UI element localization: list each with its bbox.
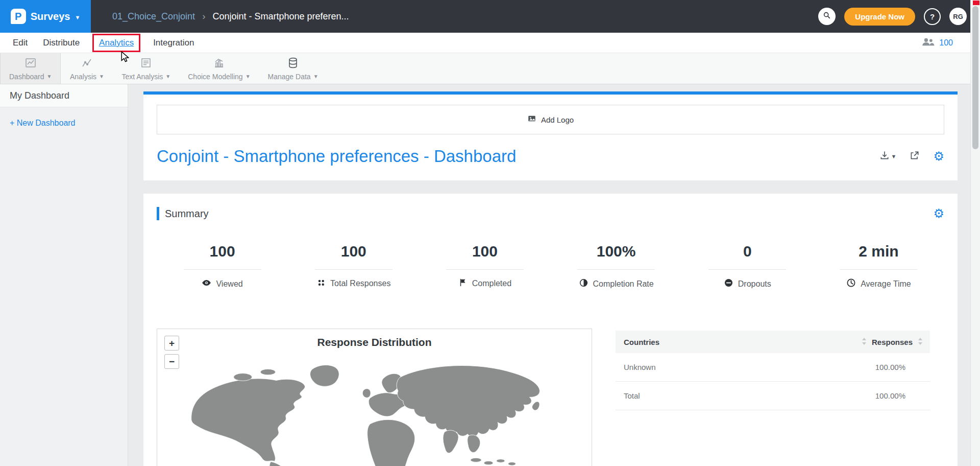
toolbar-choice-modelling-menu[interactable]: Choice Modelling▼ xyxy=(179,53,259,84)
stat-total-responses: 100 Total Responses xyxy=(288,243,419,290)
search-icon xyxy=(823,11,831,21)
countries-table-header: Countries Responses xyxy=(616,331,930,353)
responses-indicator[interactable]: 100 xyxy=(921,37,953,49)
stat-label: Completion Rate xyxy=(593,279,654,289)
chevron-down-icon: ▼ xyxy=(313,74,318,79)
toolbar-dashboard-label: Dashboard xyxy=(9,73,44,81)
download-button[interactable]: ▼ xyxy=(879,150,897,162)
country-cell: Total xyxy=(624,391,640,400)
dashboard-sidebar: My Dashboard + New Dashboard xyxy=(0,84,128,466)
user-avatar[interactable]: RG xyxy=(949,8,967,25)
summary-heading: Summary xyxy=(165,208,209,220)
scrollbar-thumb[interactable] xyxy=(972,6,978,149)
toolbar-analysis-menu[interactable]: Analysis▼ xyxy=(61,53,113,84)
add-logo-button[interactable]: Add Logo xyxy=(157,105,944,134)
dashboard-chart-icon xyxy=(24,57,37,71)
settings-gear-icon[interactable]: ⚙ xyxy=(933,150,944,162)
column-countries[interactable]: Countries xyxy=(624,338,659,346)
stat-completed: 100 Completed xyxy=(419,243,550,290)
responses-cell: 100.00% xyxy=(875,363,905,371)
vertical-scrollbar[interactable] xyxy=(970,0,980,466)
stat-value: 100 xyxy=(341,243,366,260)
toolbar-text-analysis-label: Text Analysis xyxy=(121,73,163,81)
toolbar-choice-modelling-label: Choice Modelling xyxy=(188,73,242,81)
toolbar-text-analysis-menu[interactable]: Text Analysis▼ xyxy=(113,53,179,84)
dot-grid-icon xyxy=(316,278,326,289)
annotation-red-marker xyxy=(973,1,979,5)
tab-edit[interactable]: Edit xyxy=(5,38,35,48)
toolbar-analysis-label: Analysis xyxy=(70,73,96,81)
dashboard-header-card: Add Logo Conjoint - Smartphone preferenc… xyxy=(143,91,958,180)
help-button[interactable]: ? xyxy=(924,8,941,25)
countries-table: Countries Responses Unknown 100.00% xyxy=(616,331,930,466)
divider xyxy=(184,269,261,270)
image-icon xyxy=(527,114,536,125)
breadcrumb-folder-link[interactable]: 01_Choice_Conjoint xyxy=(112,11,195,22)
breadcrumb-current: Conjoint - Smartphone preferen... xyxy=(212,11,349,22)
map-title: Response Distribution xyxy=(157,336,592,348)
stat-label: Dropouts xyxy=(738,279,771,289)
main-content: Add Logo Conjoint - Smartphone preferenc… xyxy=(128,84,980,466)
text-analysis-icon xyxy=(140,57,152,71)
map-zoom-out-button[interactable]: − xyxy=(164,354,179,369)
sort-icon xyxy=(862,338,867,346)
stat-value: 100 xyxy=(472,243,498,260)
toolbar-dashboard-menu[interactable]: Dashboard▼ xyxy=(0,53,61,84)
chevron-down-icon: ▼ xyxy=(99,74,104,79)
response-distribution-map: + − Response Distribution xyxy=(157,329,592,466)
breadcrumb: 01_Choice_Conjoint › Conjoint - Smartpho… xyxy=(112,11,349,22)
stat-completion-rate: 100% Completion Rate xyxy=(551,243,682,290)
analysis-chart-icon xyxy=(81,57,93,71)
sidebar-item-my-dashboard[interactable]: My Dashboard xyxy=(0,84,128,107)
world-map[interactable] xyxy=(165,354,584,466)
chevron-down-icon: ▼ xyxy=(47,74,52,79)
dashboard-title: Conjoint - Smartphone preferences - Dash… xyxy=(157,147,516,166)
responses-count: 100 xyxy=(939,38,953,48)
questionpro-logo: P xyxy=(11,9,26,24)
new-dashboard-link[interactable]: + New Dashboard xyxy=(10,119,128,128)
share-button[interactable] xyxy=(910,150,920,162)
top-header: P Surveys ▼ 01_Choice_Conjoint › Conjoin… xyxy=(0,0,980,33)
toolbar-manage-data-label: Manage Data xyxy=(268,73,311,81)
share-icon xyxy=(910,150,920,162)
clock-icon xyxy=(846,278,856,290)
surveys-product-menu[interactable]: P Surveys ▼ xyxy=(0,0,91,33)
stat-value: 100 xyxy=(210,243,235,260)
half-circle-icon xyxy=(579,278,589,290)
chevron-down-icon: ▼ xyxy=(75,14,80,20)
tab-distribute[interactable]: Distribute xyxy=(35,38,87,48)
column-label: Countries xyxy=(624,338,659,346)
country-cell: Unknown xyxy=(624,363,656,371)
divider xyxy=(577,269,655,270)
divider xyxy=(446,269,524,270)
summary-settings-gear-icon[interactable]: ⚙ xyxy=(933,207,944,220)
chevron-down-icon: ▼ xyxy=(246,74,251,79)
column-responses[interactable]: Responses xyxy=(862,338,923,346)
table-row: Unknown 100.00% xyxy=(616,353,930,382)
stat-label: Viewed xyxy=(216,279,242,289)
stat-value: 0 xyxy=(743,243,752,260)
flag-icon xyxy=(458,278,468,289)
eye-icon xyxy=(202,278,211,290)
app-window: P Surveys ▼ 01_Choice_Conjoint › Conjoin… xyxy=(0,0,980,466)
breadcrumb-separator-icon: › xyxy=(202,11,205,22)
stat-label: Average Time xyxy=(861,279,911,289)
database-icon xyxy=(287,57,299,71)
analytics-toolbar: Dashboard▼ Analysis▼ Text Analysis▼ Choi… xyxy=(0,53,980,84)
chevron-down-icon: ▼ xyxy=(891,153,897,159)
accent-bar xyxy=(157,207,159,220)
sort-icon xyxy=(918,338,923,346)
stat-value: 100% xyxy=(597,243,636,260)
tab-analytics[interactable]: Analytics xyxy=(92,34,140,52)
chevron-down-icon: ▼ xyxy=(165,74,170,79)
choice-modelling-icon xyxy=(213,57,225,71)
column-label: Responses xyxy=(872,338,913,346)
stat-label: Completed xyxy=(472,279,511,288)
divider xyxy=(708,269,786,270)
upgrade-now-button[interactable]: Upgrade Now xyxy=(844,8,915,26)
tab-integration[interactable]: Integration xyxy=(145,38,202,48)
divider xyxy=(315,269,393,270)
map-zoom-in-button[interactable]: + xyxy=(164,336,179,351)
search-button[interactable] xyxy=(818,8,836,25)
toolbar-manage-data-menu[interactable]: Manage Data▼ xyxy=(259,53,327,84)
